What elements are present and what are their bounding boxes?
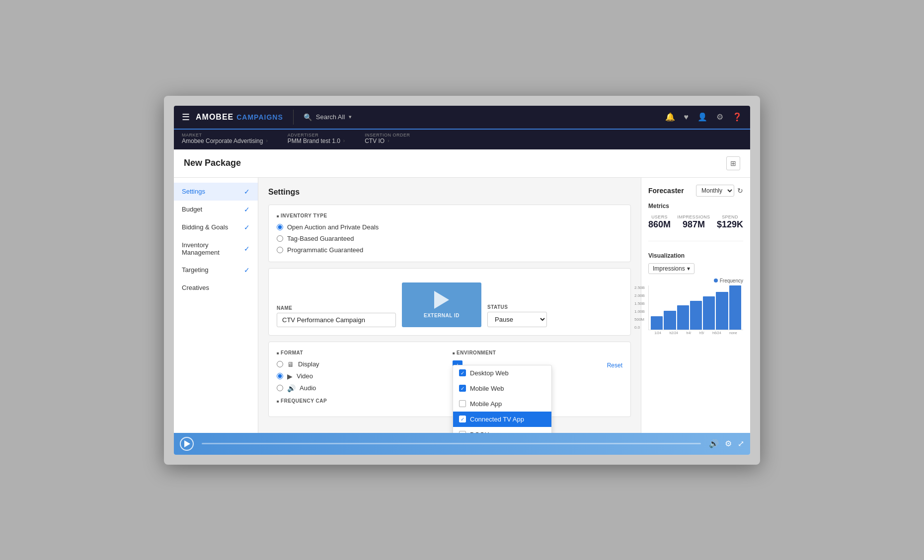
forecaster-controls: Monthly Weekly Daily ↻	[696, 185, 743, 197]
video-play-button[interactable]	[180, 437, 194, 451]
spend-label: SPEND	[717, 214, 743, 219]
bar-2	[677, 305, 689, 330]
users-label: USERS	[648, 214, 671, 219]
nav-right-icons: 🔔 ♥ 👤 ⚙ ❓	[665, 112, 743, 122]
check-icon-settings: ✓	[244, 188, 250, 196]
layout-icon[interactable]: ⊞	[726, 156, 740, 170]
chart-bars	[648, 285, 743, 330]
impressions-label: IMPRESSIONS	[678, 214, 710, 219]
name-label: NAME	[277, 305, 396, 311]
check-icon-bidding: ✓	[244, 223, 250, 231]
bar-5	[716, 292, 728, 330]
chevron-down-icon: ▾	[687, 265, 690, 272]
forecaster-title: Forecaster	[648, 187, 684, 195]
settings-heading: Settings	[268, 188, 631, 197]
breadcrumb: MARKET Amobee Corporate Advertising › AD…	[174, 130, 750, 149]
name-input[interactable]	[277, 313, 396, 327]
format-audio[interactable]: 🔊 Audio	[277, 384, 447, 392]
refresh-icon[interactable]: ↻	[737, 187, 743, 195]
sidebar-item-targeting[interactable]: Targeting ✓	[174, 261, 258, 279]
dd-item-mobile-web[interactable]: ✓ Mobile Web	[453, 381, 551, 396]
dd-checkbox-desktop: ✓	[459, 369, 466, 376]
users-value: 860M	[648, 219, 671, 230]
metrics-row: USERS 860M IMPRESSIONS 987M SPEND $129K	[648, 214, 743, 230]
user-icon[interactable]: 👤	[697, 112, 707, 122]
breadcrumb-insertion-order: INSERTION ORDER CTV IO ›	[365, 133, 410, 144]
visualization-section: Visualization Impressions ▾ Frequency 2.…	[648, 252, 743, 338]
status-label: STATUS	[487, 304, 547, 310]
play-triangle-icon	[434, 291, 449, 309]
sidebar-item-creatives[interactable]: Creatives	[174, 279, 258, 296]
format-section: FORMAT 🖥 Display ▶ Vide	[277, 350, 447, 392]
sidebar-item-budget[interactable]: Budget ✓	[174, 201, 258, 218]
video-right-controls: 🔊 ⚙ ⤢	[709, 439, 744, 448]
inventory-type-card: INVENTORY TYPE Open Auction and Private …	[268, 205, 631, 262]
chart-legend: Frequency	[648, 278, 743, 283]
settings-icon[interactable]: ⚙	[716, 112, 723, 122]
bar-4	[703, 296, 715, 330]
check-icon-budget: ✓	[244, 206, 250, 213]
format-label: FORMAT	[277, 350, 447, 355]
breadcrumb-chevron-2: ›	[387, 138, 389, 143]
format-env-card: FORMAT 🖥 Display ▶ Vide	[268, 342, 631, 417]
video-settings-icon[interactable]: ⚙	[725, 439, 732, 448]
check-icon-inventory: ✓	[244, 245, 250, 253]
status-select[interactable]: Pause Active Inactive	[487, 312, 547, 327]
dd-item-desktop[interactable]: ✓ Desktop Web	[453, 365, 551, 381]
frequency-cap-label: FREQUENCY CAP	[277, 398, 622, 404]
dd-item-mobile-app[interactable]: Mobile App	[453, 396, 551, 412]
radio-open-auction[interactable]: Open Auction and Private Deals	[277, 223, 622, 231]
alert-icon[interactable]: 🔔	[665, 112, 675, 122]
radio-tag-based[interactable]: Tag-Based Guaranteed	[277, 235, 622, 242]
video-icon: ▶	[287, 372, 293, 380]
radio-programmatic[interactable]: Programmatic Guaranteed	[277, 246, 622, 254]
audio-icon: 🔊	[287, 384, 296, 392]
breadcrumb-chevron-0: ›	[266, 138, 267, 143]
logo-amobee: AMOBEE	[196, 113, 233, 122]
hamburger-icon[interactable]: ☰	[182, 112, 190, 123]
check-icon-targeting: ✓	[244, 266, 250, 274]
period-select[interactable]: Monthly Weekly Daily	[696, 185, 734, 197]
sidebar-item-inventory[interactable]: Inventory Management ✓	[174, 236, 258, 261]
heart-icon[interactable]: ♥	[684, 113, 689, 122]
fullscreen-icon[interactable]: ⤢	[738, 439, 744, 448]
viz-filter-select[interactable]: Impressions ▾	[648, 263, 694, 274]
external-id-box[interactable]: EXTERNAL ID	[402, 282, 481, 327]
format-env-row: FORMAT 🖥 Display ▶ Vide	[277, 350, 622, 392]
dd-item-ctv[interactable]: ✓ Connected TV App	[453, 412, 551, 427]
format-display[interactable]: 🖥 Display	[277, 360, 447, 368]
breadcrumb-chevron-1: ›	[343, 138, 345, 143]
env-reset-button[interactable]: Reset	[607, 362, 622, 369]
dd-checkbox-mobile-app	[459, 400, 466, 407]
dd-item-dooh[interactable]: DOOH	[453, 427, 551, 433]
bar-0	[651, 316, 663, 330]
forecaster-panel: Forecaster Monthly Weekly Daily ↻ Metric…	[641, 178, 750, 433]
frequency-cap-section: FREQUENCY CAP	[277, 398, 622, 404]
bar-1	[664, 311, 676, 329]
impressions-value: 987M	[678, 219, 710, 230]
breadcrumb-advertiser: ADVERTISER PMM Brand test 1.0 ›	[288, 133, 345, 144]
help-icon[interactable]: ❓	[732, 112, 742, 122]
metric-spend: SPEND $129K	[717, 214, 743, 230]
dd-checkbox-dooh	[459, 431, 466, 433]
settings-panel: Settings INVENTORY TYPE Open Auction and…	[258, 178, 641, 433]
metrics-divider	[648, 241, 743, 241]
video-play-triangle-icon	[184, 440, 190, 447]
sidebar-item-bidding[interactable]: Bidding & Goals ✓	[174, 218, 258, 236]
video-progress-bar[interactable]	[202, 443, 701, 444]
sidebar: Settings ✓ Budget ✓ Bidding & Goals ✓ In…	[174, 178, 258, 433]
legend-dot	[714, 279, 718, 282]
sidebar-item-settings[interactable]: Settings ✓	[174, 183, 258, 201]
volume-icon[interactable]: 🔊	[709, 439, 719, 448]
app-logo: AMOBEE CAMPAIGNS	[196, 113, 283, 122]
inventory-type-label: INVENTORY TYPE	[277, 213, 622, 218]
video-bar: 🔊 ⚙ ⤢	[174, 433, 750, 455]
page-header: New Package ⊞	[174, 149, 750, 178]
spend-value: $129K	[717, 219, 743, 230]
dd-checkbox-ctv: ✓	[459, 416, 466, 422]
format-video[interactable]: ▶ Video	[277, 372, 447, 380]
environment-label: ENVIRONMENT	[453, 350, 622, 355]
search-bar[interactable]: 🔍 Search All ▾	[304, 113, 665, 121]
display-icon: 🖥	[287, 360, 294, 368]
nav-divider	[293, 110, 294, 125]
